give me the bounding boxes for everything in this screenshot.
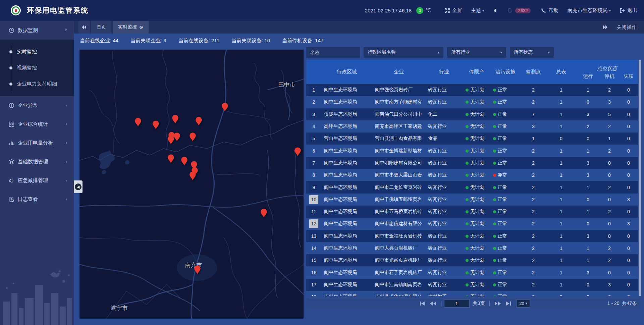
column-header-index[interactable] (306, 60, 321, 84)
status-filter-select[interactable]: 所有状态 ▾ (510, 47, 554, 58)
cell-company: 阆中市南方节能建材有 (372, 99, 425, 105)
table-scrollbar[interactable] (639, 60, 641, 296)
cell-industry: 砖瓦行业 (425, 233, 463, 239)
notifications[interactable]: 2632 (507, 8, 531, 13)
tab-实时监控[interactable]: 实时监控⊗ (113, 21, 149, 34)
column-header-停机[interactable]: 停机 (600, 72, 619, 84)
map-pin[interactable] (294, 147, 301, 157)
status-dot-green (493, 150, 496, 153)
fullscreen-button[interactable]: 全屏 (444, 7, 462, 14)
sidebar-item-数据监测[interactable]: 数据监测˅ (0, 21, 74, 40)
table-row[interactable]: 15阆中生态环境局阆中市光富页岩机砖厂砖瓦行业无计划正常21120 (306, 254, 638, 266)
cell-total-meters: 1 (546, 112, 576, 117)
map-pin[interactable] (195, 116, 202, 126)
table-row[interactable]: 3仪陇生态环境局西南油气田分公司川中化工无计划正常71350 (306, 108, 638, 120)
table-row[interactable]: 5营山生态环境局营山县润丰肉食品有限食品无计划正常10010 (306, 132, 638, 145)
help-button[interactable]: 帮助 (541, 7, 558, 14)
map-pin[interactable] (181, 156, 188, 166)
cell-company: 阆中市江南镇阆南页岩 (372, 282, 425, 288)
cell-running: 3 (576, 172, 600, 178)
tab-close-icon[interactable]: ⊗ (139, 24, 143, 30)
next-page-button[interactable] (494, 301, 501, 306)
stat-item: 当前失联企业: 3 (130, 38, 166, 44)
map-pin[interactable] (189, 171, 196, 181)
theme-dropdown[interactable]: 主题▾ (471, 7, 484, 14)
cell-lost: 0 (619, 185, 638, 190)
map-pin[interactable] (194, 265, 201, 275)
cell-total-meters: 1 (546, 282, 576, 287)
tabs-scroll-right-button[interactable] (603, 25, 608, 29)
sidebar-item-应急减排管理[interactable]: 应急减排管理‹ (0, 171, 74, 190)
column-header-行政区域[interactable]: 行政区域 (321, 60, 372, 84)
cell-lost: 0 (619, 233, 638, 239)
table-row[interactable]: 7阆中生态环境局阆中明阳建材有限公司砖瓦行业无计划正常21300 (306, 157, 638, 169)
column-header-总表[interactable]: 总表 (546, 60, 576, 84)
cell-total-meters: 0 (546, 294, 576, 296)
prev-page-button[interactable] (430, 301, 436, 306)
table-row[interactable]: 10阆中生态环境局阆中千佛镇五郎垭页岩砖瓦行业无计划正常21003 (306, 194, 638, 206)
table-row[interactable]: 1阆中生态环境局阆中强锐页岩砖厂砖瓦行业无计划正常21120 (306, 84, 638, 96)
column-header-治污设施[interactable]: 治污设施 (490, 60, 521, 84)
status-dot-green (493, 271, 496, 274)
sidebar-subitem-视频监控[interactable]: 视频监控 (0, 60, 74, 76)
map-pin[interactable] (152, 120, 159, 130)
map-pin[interactable] (172, 114, 179, 124)
map-pin[interactable] (135, 117, 142, 127)
map-pin[interactable] (173, 132, 180, 142)
row-index: 16 (306, 268, 321, 277)
column-header-运行[interactable]: 运行 (576, 72, 600, 84)
name-filter-input[interactable] (306, 47, 360, 58)
close-operations-button[interactable]: 关闭操作 (616, 24, 637, 31)
row-index: 12 (306, 219, 321, 228)
column-header-监测点[interactable]: 监测点 (521, 60, 546, 84)
table-row[interactable]: 4高坪生态环境局南充市高坪区王家店建砖瓦行业无计划正常31220 (306, 120, 638, 132)
page-size-select[interactable]: 20 ▾ (517, 300, 530, 308)
tabs-scroll-left-button[interactable] (78, 21, 90, 34)
table-row[interactable]: 13阆中生态环境局阆中市金福旺页岩机砖砖瓦行业无计划正常21300 (306, 230, 638, 242)
table-row[interactable]: 14阆中生态环境局阆中大兴页岩机砖厂砖瓦行业无计划正常21120 (306, 242, 638, 254)
main-content: 当前在线企业: 44当前失联企业: 3当前在线设备: 211当前失联设备: 10… (74, 34, 644, 325)
column-header-行业[interactable]: 行业 (425, 60, 463, 84)
table-row[interactable]: 9阆中生态环境局阆中市二龙长宝页岩砖砖瓦行业无计划正常21120 (306, 181, 638, 193)
sidebar-item-企业异常[interactable]: 企业异常‹ (0, 96, 74, 115)
industry-filter-select[interactable]: 所有行业 ▾ (447, 47, 506, 58)
cell-bureau: 阆中生态环境局 (321, 184, 372, 191)
map-pin[interactable] (260, 208, 267, 218)
chevron-down-icon: ▾ (500, 50, 502, 55)
column-header-企业[interactable]: 企业 (372, 60, 425, 84)
cell-bureau: 阆中生态环境局 (321, 172, 372, 178)
org-dropdown[interactable]: 南充市生态环境局▾ (567, 7, 611, 14)
table-row[interactable]: 6阆中生态环境局阆中市金博瑞新型墙材砖瓦行业无计划正常21120 (306, 145, 638, 157)
table-row[interactable]: 16阆中生态环境局阆中市石子页岩机砖厂砖瓦行业无计划正常21300 (306, 266, 638, 278)
cell-monitor-points: 2 (521, 185, 546, 190)
page-number-input[interactable] (444, 300, 470, 308)
row-index: 11 (306, 207, 321, 216)
map-pin[interactable] (189, 132, 196, 142)
map-pin[interactable] (221, 102, 228, 112)
sidebar-item-基础数据管理[interactable]: 基础数据管理‹ (0, 152, 74, 171)
column-header-停限产[interactable]: 停限产 (463, 60, 490, 84)
table-row[interactable]: 18南部生态环境局南部县砚华水泥有限公建材加工无计划正常60060 (306, 291, 638, 296)
map-panel[interactable]: 巴中市南充市遂宁市 (79, 50, 304, 319)
first-page-button[interactable] (419, 301, 426, 306)
region-filter-select[interactable]: 行政区域名称 ▾ (364, 47, 443, 58)
last-page-button[interactable] (505, 301, 512, 306)
sidebar-subitem-实时监控[interactable]: 实时监控 (0, 44, 74, 60)
table-row[interactable]: 17阆中生态环境局阆中市江南镇阆南页岩砖瓦行业无计划正常21030 (306, 279, 638, 291)
column-header-失联[interactable]: 失联 (619, 72, 638, 84)
map-pin[interactable] (167, 154, 174, 164)
mute-button[interactable] (493, 8, 501, 13)
table-row[interactable]: 8阆中生态环境局阆中市枣碧大梁山页岩砖瓦行业无计划异常21300 (306, 169, 638, 181)
tab-首页[interactable]: 首页 (91, 21, 111, 34)
table-row[interactable]: 2阆中生态环境局阆中市南方节能建材有砖瓦行业无计划正常21030 (306, 96, 638, 108)
map-collapse-button[interactable]: ◀ (74, 180, 83, 193)
map-pin[interactable] (167, 135, 174, 145)
sidebar-item-企业用电量分析[interactable]: 企业用电量分析‹ (0, 133, 74, 152)
sidebar-item-企业综合统计[interactable]: 企业综合统计‹ (0, 115, 74, 133)
sidebar-subitem-企业电力负荷明细[interactable]: 企业电力负荷明细 (0, 76, 74, 92)
table-row[interactable]: 11阆中生态环境局阆中市五马桥页岩机砖砖瓦行业无计划正常21120 (306, 206, 638, 218)
sidebar-item-日志查看[interactable]: 日志查看‹ (0, 190, 74, 209)
cell-company: 阆中市金博瑞新型墙材 (372, 148, 425, 154)
logout-button[interactable]: 退出 (620, 7, 637, 14)
table-row[interactable]: 12阆中生态环境局阆中市忠信建材有限公砖瓦行业无计划正常21003 (306, 218, 638, 230)
